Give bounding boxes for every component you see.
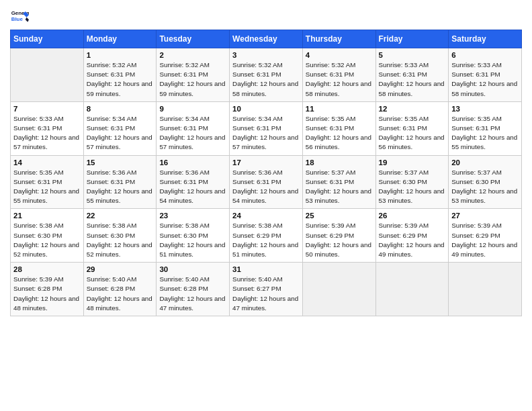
col-header-thursday: Thursday [302, 30, 375, 48]
col-header-friday: Friday [375, 30, 449, 48]
day-info: Sunrise: 5:37 AMSunset: 6:31 PMDaylight:… [306, 168, 373, 206]
day-number: 21 [13, 212, 81, 220]
day-info: Sunrise: 5:35 AMSunset: 6:31 PMDaylight:… [306, 114, 373, 152]
col-header-wednesday: Wednesday [230, 30, 303, 48]
calendar-header: SundayMondayTuesdayWednesdayThursdayFrid… [11, 30, 522, 48]
calendar-body: 1Sunrise: 5:32 AMSunset: 6:31 PMDaylight… [11, 48, 522, 316]
week-row-1: 1Sunrise: 5:32 AMSunset: 6:31 PMDaylight… [11, 48, 522, 102]
calendar-cell: 16Sunrise: 5:36 AMSunset: 6:31 PMDayligh… [157, 155, 230, 209]
calendar-cell: 5Sunrise: 5:33 AMSunset: 6:31 PMDaylight… [375, 48, 449, 102]
week-row-4: 21Sunrise: 5:38 AMSunset: 6:30 PMDayligh… [11, 209, 522, 263]
calendar-cell: 2Sunrise: 5:32 AMSunset: 6:31 PMDaylight… [157, 48, 230, 102]
day-number: 9 [159, 105, 226, 113]
day-info: Sunrise: 5:34 AMSunset: 6:31 PMDaylight:… [232, 114, 300, 152]
day-number: 28 [13, 265, 81, 273]
day-info: Sunrise: 5:36 AMSunset: 6:31 PMDaylight:… [87, 168, 154, 206]
day-number: 14 [13, 158, 81, 167]
day-info: Sunrise: 5:36 AMSunset: 6:31 PMDaylight:… [159, 168, 226, 206]
calendar-cell: 22Sunrise: 5:38 AMSunset: 6:30 PMDayligh… [83, 209, 157, 263]
calendar-cell: 29Sunrise: 5:40 AMSunset: 6:28 PMDayligh… [83, 263, 157, 316]
day-info: Sunrise: 5:39 AMSunset: 6:29 PMDaylight:… [379, 221, 446, 259]
day-number: 4 [306, 51, 373, 59]
day-number: 25 [306, 212, 373, 220]
calendar-cell [11, 48, 84, 102]
day-info: Sunrise: 5:39 AMSunset: 6:29 PMDaylight:… [451, 221, 519, 259]
day-number: 17 [232, 158, 300, 167]
day-number: 8 [87, 105, 154, 113]
day-number: 11 [306, 105, 373, 113]
day-info: Sunrise: 5:38 AMSunset: 6:30 PMDaylight:… [13, 221, 81, 259]
day-number: 6 [451, 51, 519, 59]
week-row-2: 7Sunrise: 5:33 AMSunset: 6:31 PMDaylight… [11, 101, 522, 155]
day-number: 16 [159, 158, 226, 167]
calendar-cell [375, 263, 449, 316]
day-info: Sunrise: 5:35 AMSunset: 6:31 PMDaylight:… [379, 114, 446, 152]
svg-text:Blue: Blue [11, 16, 24, 22]
day-info: Sunrise: 5:40 AMSunset: 6:28 PMDaylight:… [159, 275, 226, 313]
calendar-cell: 13Sunrise: 5:35 AMSunset: 6:31 PMDayligh… [449, 101, 522, 155]
day-number: 15 [87, 158, 154, 167]
day-number: 1 [87, 51, 154, 59]
day-number: 3 [232, 51, 300, 59]
day-info: Sunrise: 5:34 AMSunset: 6:31 PMDaylight:… [159, 114, 226, 152]
day-number: 19 [379, 158, 446, 167]
day-info: Sunrise: 5:36 AMSunset: 6:31 PMDaylight:… [232, 168, 300, 206]
day-number: 31 [232, 265, 300, 273]
day-number: 24 [232, 212, 300, 220]
day-info: Sunrise: 5:38 AMSunset: 6:30 PMDaylight:… [159, 221, 226, 259]
day-number: 7 [13, 105, 81, 113]
calendar-cell: 14Sunrise: 5:35 AMSunset: 6:31 PMDayligh… [11, 155, 84, 209]
day-number: 5 [379, 51, 446, 59]
calendar-cell [449, 263, 522, 316]
day-number: 10 [232, 105, 300, 113]
col-header-sunday: Sunday [11, 30, 84, 48]
day-number: 23 [159, 212, 226, 220]
day-info: Sunrise: 5:37 AMSunset: 6:30 PMDaylight:… [379, 168, 446, 206]
calendar-cell [302, 263, 375, 316]
day-info: Sunrise: 5:38 AMSunset: 6:30 PMDaylight:… [87, 221, 154, 259]
calendar-cell: 12Sunrise: 5:35 AMSunset: 6:31 PMDayligh… [375, 101, 449, 155]
day-info: Sunrise: 5:32 AMSunset: 6:31 PMDaylight:… [87, 60, 154, 99]
day-info: Sunrise: 5:34 AMSunset: 6:31 PMDaylight:… [87, 114, 154, 152]
calendar-cell: 30Sunrise: 5:40 AMSunset: 6:28 PMDayligh… [157, 263, 230, 316]
logo-icon: General Blue [10, 7, 29, 26]
calendar-cell: 7Sunrise: 5:33 AMSunset: 6:31 PMDaylight… [11, 101, 84, 155]
week-row-3: 14Sunrise: 5:35 AMSunset: 6:31 PMDayligh… [11, 155, 522, 209]
day-number: 2 [159, 51, 226, 59]
logo: General Blue [10, 7, 32, 26]
day-number: 27 [451, 212, 519, 220]
calendar-cell: 9Sunrise: 5:34 AMSunset: 6:31 PMDaylight… [157, 101, 230, 155]
day-info: Sunrise: 5:32 AMSunset: 6:31 PMDaylight:… [159, 60, 226, 99]
calendar-cell: 6Sunrise: 5:33 AMSunset: 6:31 PMDaylight… [449, 48, 522, 102]
day-info: Sunrise: 5:32 AMSunset: 6:31 PMDaylight:… [306, 60, 373, 99]
calendar-cell: 21Sunrise: 5:38 AMSunset: 6:30 PMDayligh… [11, 209, 84, 263]
calendar-cell: 8Sunrise: 5:34 AMSunset: 6:31 PMDaylight… [83, 101, 157, 155]
calendar-cell: 28Sunrise: 5:39 AMSunset: 6:28 PMDayligh… [11, 263, 84, 316]
day-number: 22 [87, 212, 154, 220]
calendar-cell: 3Sunrise: 5:32 AMSunset: 6:31 PMDaylight… [230, 48, 303, 102]
day-number: 30 [159, 265, 226, 273]
day-info: Sunrise: 5:33 AMSunset: 6:31 PMDaylight:… [451, 60, 519, 99]
day-number: 29 [87, 265, 154, 273]
col-header-tuesday: Tuesday [157, 30, 230, 48]
calendar-cell: 17Sunrise: 5:36 AMSunset: 6:31 PMDayligh… [230, 155, 303, 209]
calendar-cell: 4Sunrise: 5:32 AMSunset: 6:31 PMDaylight… [302, 48, 375, 102]
day-info: Sunrise: 5:33 AMSunset: 6:31 PMDaylight:… [13, 114, 81, 152]
calendar-cell: 1Sunrise: 5:32 AMSunset: 6:31 PMDaylight… [83, 48, 157, 102]
day-number: 18 [306, 158, 373, 167]
day-info: Sunrise: 5:33 AMSunset: 6:31 PMDaylight:… [379, 60, 446, 99]
day-info: Sunrise: 5:40 AMSunset: 6:28 PMDaylight:… [87, 275, 154, 313]
col-header-saturday: Saturday [449, 30, 522, 48]
day-info: Sunrise: 5:37 AMSunset: 6:30 PMDaylight:… [451, 168, 519, 206]
calendar-cell: 18Sunrise: 5:37 AMSunset: 6:31 PMDayligh… [302, 155, 375, 209]
day-number: 26 [379, 212, 446, 220]
calendar-cell: 11Sunrise: 5:35 AMSunset: 6:31 PMDayligh… [302, 101, 375, 155]
col-header-monday: Monday [83, 30, 157, 48]
day-info: Sunrise: 5:32 AMSunset: 6:31 PMDaylight:… [232, 60, 300, 99]
day-info: Sunrise: 5:35 AMSunset: 6:31 PMDaylight:… [13, 168, 81, 206]
day-info: Sunrise: 5:39 AMSunset: 6:28 PMDaylight:… [13, 275, 81, 313]
calendar-cell: 23Sunrise: 5:38 AMSunset: 6:30 PMDayligh… [157, 209, 230, 263]
calendar-cell: 24Sunrise: 5:38 AMSunset: 6:29 PMDayligh… [230, 209, 303, 263]
day-info: Sunrise: 5:39 AMSunset: 6:29 PMDaylight:… [306, 221, 373, 259]
calendar-cell: 26Sunrise: 5:39 AMSunset: 6:29 PMDayligh… [375, 209, 449, 263]
